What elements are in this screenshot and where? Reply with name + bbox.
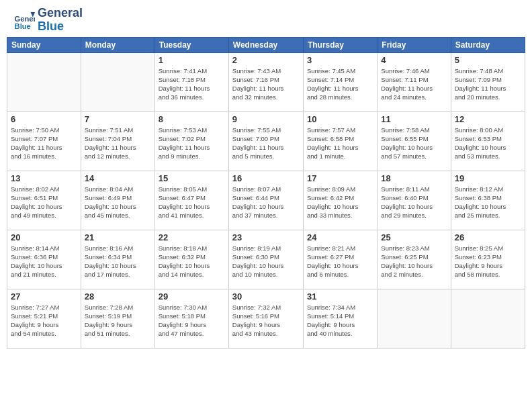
day-info: Sunrise: 7:57 AM Sunset: 6:58 PM Dayligh… [307,126,373,161]
day-info: Sunrise: 7:48 AM Sunset: 7:09 PM Dayligh… [455,66,521,102]
day-info: Sunrise: 7:32 AM Sunset: 5:16 PM Dayligh… [232,303,300,338]
calendar-week-row: 1Sunrise: 7:41 AM Sunset: 7:18 PM Daylig… [7,52,525,111]
calendar-week-row: 20Sunrise: 8:14 AM Sunset: 6:36 PM Dayli… [7,230,525,289]
day-number: 28 [85,291,151,302]
calendar-cell: 7Sunrise: 7:51 AM Sunset: 7:04 PM Daylig… [81,111,154,171]
calendar-week-row: 27Sunrise: 7:27 AM Sunset: 5:21 PM Dayli… [7,289,525,348]
weekday-header: Friday [378,37,451,52]
day-number: 11 [381,114,447,124]
day-info: Sunrise: 8:18 AM Sunset: 6:32 PM Dayligh… [159,244,225,279]
calendar-cell: 27Sunrise: 7:27 AM Sunset: 5:21 PM Dayli… [7,289,81,348]
day-number: 31 [307,291,373,302]
day-number: 23 [232,232,300,242]
day-info: Sunrise: 8:12 AM Sunset: 6:38 PM Dayligh… [455,185,521,220]
calendar-header-row: SundayMondayTuesdayWednesdayThursdayFrid… [7,37,525,52]
calendar-cell: 2Sunrise: 7:43 AM Sunset: 7:16 PM Daylig… [228,52,303,111]
day-info: Sunrise: 7:34 AM Sunset: 5:14 PM Dayligh… [307,303,373,338]
day-info: Sunrise: 8:21 AM Sunset: 6:27 PM Dayligh… [307,244,373,279]
day-info: Sunrise: 8:25 AM Sunset: 6:23 PM Dayligh… [455,244,521,279]
day-info: Sunrise: 8:09 AM Sunset: 6:42 PM Dayligh… [307,185,373,220]
day-info: Sunrise: 8:02 AM Sunset: 6:51 PM Dayligh… [11,185,77,220]
calendar-cell: 15Sunrise: 8:05 AM Sunset: 6:47 PM Dayli… [154,171,228,230]
day-number: 29 [159,291,225,302]
calendar-week-row: 13Sunrise: 8:02 AM Sunset: 6:51 PM Dayli… [7,171,525,230]
day-number: 17 [307,173,373,183]
calendar-cell: 13Sunrise: 8:02 AM Sunset: 6:51 PM Dayli… [7,171,81,230]
day-number: 4 [381,55,447,65]
day-info: Sunrise: 8:16 AM Sunset: 6:34 PM Dayligh… [85,244,151,279]
day-info: Sunrise: 7:28 AM Sunset: 5:19 PM Dayligh… [85,303,151,338]
calendar-cell: 17Sunrise: 8:09 AM Sunset: 6:42 PM Dayli… [303,171,377,230]
calendar-cell: 16Sunrise: 8:07 AM Sunset: 6:44 PM Dayli… [228,171,303,230]
day-number: 19 [455,173,521,183]
calendar-cell: 6Sunrise: 7:50 AM Sunset: 7:07 PM Daylig… [7,111,81,171]
day-number: 6 [11,114,77,124]
calendar-cell: 29Sunrise: 7:30 AM Sunset: 5:18 PM Dayli… [154,289,228,348]
day-info: Sunrise: 7:55 AM Sunset: 7:00 PM Dayligh… [232,126,300,161]
day-number: 10 [307,114,373,124]
day-number: 15 [159,173,225,183]
calendar-cell: 14Sunrise: 8:04 AM Sunset: 6:49 PM Dayli… [81,171,154,230]
day-info: Sunrise: 8:14 AM Sunset: 6:36 PM Dayligh… [11,244,77,279]
day-info: Sunrise: 8:05 AM Sunset: 6:47 PM Dayligh… [159,185,225,220]
day-info: Sunrise: 7:53 AM Sunset: 7:02 PM Dayligh… [159,126,225,161]
day-info: Sunrise: 7:30 AM Sunset: 5:18 PM Dayligh… [159,303,225,338]
calendar-cell [81,52,154,111]
day-info: Sunrise: 8:11 AM Sunset: 6:40 PM Dayligh… [381,185,447,220]
day-number: 8 [159,114,225,124]
calendar-cell: 21Sunrise: 8:16 AM Sunset: 6:34 PM Dayli… [81,230,154,289]
day-number: 20 [11,232,77,242]
day-number: 21 [85,232,151,242]
day-info: Sunrise: 7:41 AM Sunset: 7:18 PM Dayligh… [159,66,225,102]
calendar-cell: 30Sunrise: 7:32 AM Sunset: 5:16 PM Dayli… [228,289,303,348]
calendar-cell: 3Sunrise: 7:45 AM Sunset: 7:14 PM Daylig… [303,52,377,111]
day-info: Sunrise: 7:46 AM Sunset: 7:11 PM Dayligh… [381,66,447,102]
calendar-cell: 28Sunrise: 7:28 AM Sunset: 5:19 PM Dayli… [81,289,154,348]
day-number: 22 [159,232,225,242]
day-number: 25 [381,232,447,242]
calendar-cell: 18Sunrise: 8:11 AM Sunset: 6:40 PM Dayli… [378,171,451,230]
logo: General Blue General Blue [13,7,83,34]
day-number: 1 [159,55,225,65]
svg-text:Blue: Blue [15,22,31,30]
logo-text-general: General [38,7,83,20]
calendar-cell: 31Sunrise: 7:34 AM Sunset: 5:14 PM Dayli… [303,289,377,348]
calendar-cell: 12Sunrise: 8:00 AM Sunset: 6:53 PM Dayli… [451,111,525,171]
day-info: Sunrise: 7:58 AM Sunset: 6:55 PM Dayligh… [381,126,447,161]
day-number: 30 [232,291,300,302]
day-number: 24 [307,232,373,242]
calendar-week-row: 6Sunrise: 7:50 AM Sunset: 7:07 PM Daylig… [7,111,525,171]
calendar-table: SundayMondayTuesdayWednesdayThursdayFrid… [7,37,525,349]
calendar-cell: 10Sunrise: 7:57 AM Sunset: 6:58 PM Dayli… [303,111,377,171]
weekday-header: Wednesday [228,37,303,52]
weekday-header: Thursday [303,37,377,52]
day-info: Sunrise: 7:45 AM Sunset: 7:14 PM Dayligh… [307,66,373,102]
calendar-cell: 8Sunrise: 7:53 AM Sunset: 7:02 PM Daylig… [154,111,228,171]
calendar-cell: 1Sunrise: 7:41 AM Sunset: 7:18 PM Daylig… [154,52,228,111]
logo-icon: General Blue [13,9,35,31]
day-number: 5 [455,55,521,65]
day-info: Sunrise: 8:04 AM Sunset: 6:49 PM Dayligh… [85,185,151,220]
calendar-cell: 25Sunrise: 8:23 AM Sunset: 6:25 PM Dayli… [378,230,451,289]
calendar-cell: 19Sunrise: 8:12 AM Sunset: 6:38 PM Dayli… [451,171,525,230]
calendar-cell: 9Sunrise: 7:55 AM Sunset: 7:00 PM Daylig… [228,111,303,171]
day-number: 2 [232,55,300,65]
day-number: 3 [307,55,373,65]
weekday-header: Tuesday [154,37,228,52]
day-info: Sunrise: 8:07 AM Sunset: 6:44 PM Dayligh… [232,185,300,220]
calendar-cell: 24Sunrise: 8:21 AM Sunset: 6:27 PM Dayli… [303,230,377,289]
calendar-cell: 4Sunrise: 7:46 AM Sunset: 7:11 PM Daylig… [378,52,451,111]
calendar-cell: 5Sunrise: 7:48 AM Sunset: 7:09 PM Daylig… [451,52,525,111]
weekday-header: Saturday [451,37,525,52]
day-info: Sunrise: 8:23 AM Sunset: 6:25 PM Dayligh… [381,244,447,279]
day-number: 14 [85,173,151,183]
calendar-cell: 23Sunrise: 8:19 AM Sunset: 6:30 PM Dayli… [228,230,303,289]
page-header: General Blue General Blue [0,0,532,37]
day-info: Sunrise: 8:19 AM Sunset: 6:30 PM Dayligh… [232,244,300,279]
day-number: 26 [455,232,521,242]
day-number: 9 [232,114,300,124]
day-number: 16 [232,173,300,183]
day-info: Sunrise: 7:50 AM Sunset: 7:07 PM Dayligh… [11,126,77,161]
calendar-cell: 20Sunrise: 8:14 AM Sunset: 6:36 PM Dayli… [7,230,81,289]
logo-text-blue: Blue [38,20,83,34]
